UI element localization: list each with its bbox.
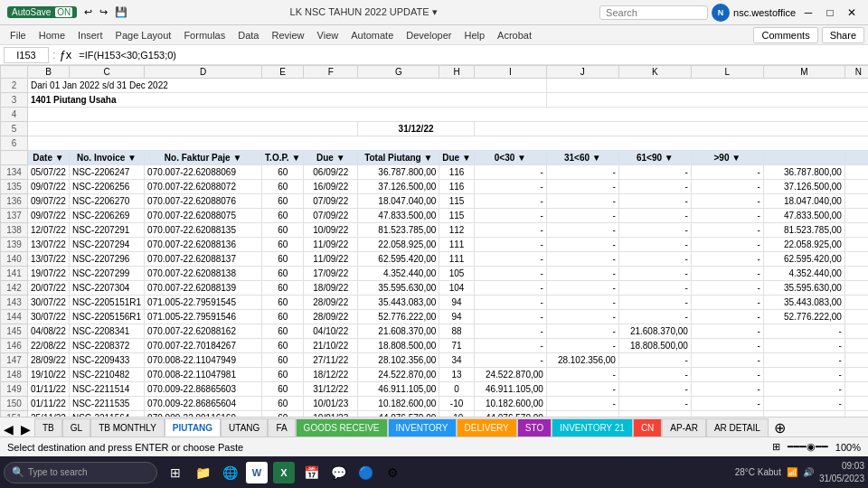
cell-date[interactable]: 09/07/22 <box>28 209 70 223</box>
cell-due[interactable]: 07/09/22 <box>304 194 358 209</box>
cell-date[interactable]: 13/07/22 <box>28 238 70 252</box>
restore-button[interactable]: □ <box>821 5 839 21</box>
cell-top[interactable]: 60 <box>262 296 304 310</box>
menu-item-page-layout[interactable]: Page Layout <box>109 28 178 42</box>
taskbar-explorer[interactable]: 📁 <box>192 462 213 483</box>
cell-r0[interactable]: - <box>474 252 546 267</box>
cell-faktur[interactable]: 071.005-22.79591546 <box>145 310 262 324</box>
cell-due-val[interactable]: 105 <box>439 267 475 281</box>
menu-item-view[interactable]: View <box>311 28 345 42</box>
cell-r0[interactable]: - <box>474 209 546 223</box>
cell-due[interactable]: 16/09/22 <box>304 180 358 194</box>
cell-due[interactable]: 28/09/22 <box>304 310 358 324</box>
cell-r0[interactable]: 24.522.870,00 <box>474 368 546 382</box>
cell-date[interactable]: 05/07/22 <box>28 165 70 180</box>
cell-faktur[interactable]: 070.007-22.62088076 <box>145 194 262 209</box>
cell-r2[interactable]: - <box>618 368 691 382</box>
comments-button[interactable]: Comments <box>753 27 817 43</box>
cell-r1[interactable]: - <box>546 223 618 238</box>
sheet-view-icon[interactable]: ⊞ <box>772 441 780 453</box>
tab-nav-right[interactable]: ▶ <box>17 422 34 436</box>
cell-date[interactable]: 01/11/22 <box>28 397 70 411</box>
menu-item-help[interactable]: Help <box>458 28 491 42</box>
cell-r3[interactable]: - <box>691 397 763 411</box>
cell-due[interactable]: 10/09/22 <box>304 223 358 238</box>
cell-total[interactable]: 62.595.420,00 <box>358 252 439 267</box>
cell-total[interactable]: 10.182.600,00 <box>358 397 439 411</box>
cell-r2[interactable]: - <box>618 209 691 223</box>
cell-due-val[interactable]: 111 <box>439 238 475 252</box>
cell-top[interactable]: 60 <box>262 353 304 368</box>
cell-due-val[interactable]: 115 <box>439 209 475 223</box>
cell-date[interactable]: 04/08/22 <box>28 324 70 339</box>
cell-r1[interactable]: - <box>546 397 618 411</box>
cell-r4[interactable]: 22.058.925,00 <box>763 238 844 252</box>
taskbar-browser[interactable]: 🌐 <box>219 462 241 483</box>
add-sheet-icon[interactable]: ⊕ <box>769 419 791 436</box>
cell-invoice[interactable]: NSC-2207304 <box>69 281 144 296</box>
cell-r1[interactable]: - <box>546 324 618 339</box>
cell-r0[interactable]: - <box>474 296 546 310</box>
cell-top[interactable]: 60 <box>262 339 304 353</box>
cell-faktur[interactable]: 070.007-22.62088069 <box>145 165 262 180</box>
cell-due-val[interactable]: -10 <box>439 397 475 411</box>
cell-r4[interactable]: 62.595.420,00 <box>763 252 844 267</box>
cell-invoice[interactable]: NSC-2211535 <box>69 397 144 411</box>
cell-r3[interactable]: - <box>691 281 763 296</box>
cell-total[interactable]: 21.608.370,00 <box>358 324 439 339</box>
cell-due[interactable]: 17/09/22 <box>304 267 358 281</box>
cell-date[interactable]: 09/07/22 <box>28 194 70 209</box>
cell-invoice[interactable]: NSC-2207294 <box>69 238 144 252</box>
cell-total[interactable]: 4.352.440,00 <box>358 267 439 281</box>
cell-r1[interactable]: - <box>546 281 618 296</box>
cell-invoice[interactable]: NSC-2206270 <box>69 194 144 209</box>
cell-faktur[interactable]: 070.007-22.62088135 <box>145 223 262 238</box>
close-button[interactable]: ✕ <box>843 5 861 21</box>
cell-r1[interactable]: - <box>546 194 618 209</box>
menu-item-automate[interactable]: Automate <box>344 28 400 42</box>
cell-r2[interactable]: - <box>618 238 691 252</box>
cell-due-val[interactable]: 104 <box>439 281 475 296</box>
cell-top[interactable]: 60 <box>262 209 304 223</box>
cell-total[interactable]: 24.522.870,00 <box>358 368 439 382</box>
cell-r0[interactable]: - <box>474 223 546 238</box>
tab-sto[interactable]: STO <box>517 418 552 436</box>
cell-r0[interactable]: 46.911.105,00 <box>474 382 546 397</box>
cell-top[interactable]: 60 <box>262 238 304 252</box>
cell-r4[interactable]: 36.787.800,00 <box>763 165 844 180</box>
tab-goods-receive[interactable]: GOODS RECEIVE <box>296 418 388 436</box>
cell-r0[interactable]: - <box>474 324 546 339</box>
cell-faktur[interactable]: 070.007-22.62088137 <box>145 252 262 267</box>
cell-reference[interactable] <box>4 47 49 63</box>
cell-total[interactable]: 18.047.040,00 <box>358 194 439 209</box>
taskbar-settings[interactable]: ⚙ <box>382 462 403 483</box>
cell-r3[interactable]: - <box>691 310 763 324</box>
cell-due-val[interactable]: 116 <box>439 180 475 194</box>
cell-r4[interactable]: - <box>763 353 844 368</box>
cell-r4[interactable]: - <box>763 339 844 353</box>
cell-date[interactable]: 28/09/22 <box>28 353 70 368</box>
cell-faktur[interactable]: 070.007-22.62088162 <box>145 324 262 339</box>
cell-invoice[interactable]: NSC-2208372 <box>69 339 144 353</box>
cell-r1[interactable]: - <box>546 382 618 397</box>
cell-faktur[interactable]: 070.007-22.62088136 <box>145 238 262 252</box>
cell-r0[interactable]: - <box>474 310 546 324</box>
cell-total[interactable]: 22.058.925,00 <box>358 238 439 252</box>
taskbar-calendar[interactable]: 📅 <box>300 462 322 483</box>
title-dropdown-icon[interactable]: ▾ <box>432 6 438 17</box>
menu-item-data[interactable]: Data <box>231 28 265 42</box>
title-search-input[interactable] <box>599 5 708 20</box>
cell-r4[interactable]: 47.833.500,00 <box>763 209 844 223</box>
tab-tb[interactable]: TB <box>34 418 62 436</box>
tab-inventory[interactable]: INVENTORY <box>388 418 457 436</box>
tab-tb-monthly[interactable]: TB MONTHLY <box>90 418 165 436</box>
cell-r1[interactable]: - <box>546 267 618 281</box>
cell-invoice[interactable]: NSC-2209433 <box>69 353 144 368</box>
cell-r1[interactable]: - <box>546 252 618 267</box>
cell-r4[interactable]: - <box>763 382 844 397</box>
cell-r0[interactable]: 10.182.600,00 <box>474 397 546 411</box>
cell-r2[interactable]: - <box>618 267 691 281</box>
cell-r2[interactable]: - <box>618 296 691 310</box>
cell-top[interactable]: 60 <box>262 252 304 267</box>
cell-r3[interactable]: - <box>691 252 763 267</box>
